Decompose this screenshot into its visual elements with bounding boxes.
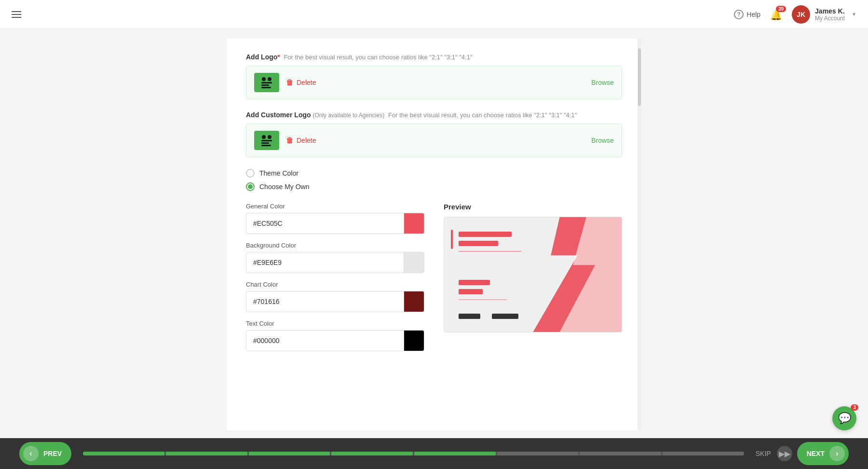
delete-logo-button[interactable]: 🗑 Delete: [286, 78, 316, 87]
hamburger-menu[interactable]: [12, 11, 21, 18]
bottom-navigation: ‹ PREV SKIP ▶▶ NEXT ›: [0, 438, 868, 469]
background-color-label: Background Color: [246, 242, 424, 249]
delete-customer-logo-button[interactable]: 🗑 Delete: [286, 136, 316, 145]
preview-mid-lines: [459, 280, 507, 300]
text-color-input-row: [246, 330, 424, 351]
scrollbar[interactable]: [637, 39, 641, 430]
help-button[interactable]: ? Help: [734, 10, 760, 19]
add-customer-logo-title: Add Customer Logo (Only available to Age…: [246, 111, 622, 119]
general-color-swatch[interactable]: [404, 213, 424, 234]
preview-bolt-svg: [524, 217, 622, 332]
preview-image: [444, 217, 622, 332]
progress-seg-7: [580, 452, 661, 455]
agency-note: (Only available to Agencies): [312, 112, 384, 119]
choose-own-option[interactable]: Choose My Own: [246, 182, 622, 191]
delete-icon: 🗑: [286, 78, 294, 87]
preview-section: Preview: [444, 203, 622, 359]
text-color-input[interactable]: [246, 332, 404, 349]
chat-badge: 3: [851, 404, 858, 411]
next-label: NEXT: [807, 450, 825, 457]
progress-seg-1: [83, 452, 164, 455]
skip-icon: ▶▶: [777, 446, 792, 461]
progress-seg-8: [663, 452, 744, 455]
avatar: JK: [792, 5, 810, 24]
chart-color-input-row: [246, 291, 424, 312]
text-color-label: Text Color: [246, 320, 424, 327]
general-color-input-row: [246, 213, 424, 234]
next-button[interactable]: NEXT ›: [797, 442, 849, 465]
background-color-swatch[interactable]: [404, 252, 424, 273]
preview-box: ‹ 1 / 4 ›: [444, 217, 622, 332]
theme-color-radio[interactable]: [246, 169, 255, 178]
next-circle-icon: ›: [829, 446, 845, 461]
main-content: Add Logo* For the best visual result, yo…: [0, 29, 868, 469]
general-color-input[interactable]: [246, 215, 404, 232]
theme-color-option[interactable]: Theme Color: [246, 169, 622, 178]
prev-label: PREV: [43, 450, 62, 457]
text-color-swatch[interactable]: [404, 331, 424, 351]
progress-bar: [83, 452, 744, 455]
content-card: Add Logo* For the best visual result, yo…: [227, 39, 641, 430]
notification-badge: 39: [776, 6, 786, 12]
preview-bottom-lines: [459, 314, 518, 319]
chart-color-label: Chart Color: [246, 281, 424, 288]
user-details: James K. My Account: [815, 7, 845, 22]
user-name: James K.: [815, 7, 845, 15]
notification-button[interactable]: 🔔 39: [770, 9, 782, 20]
logo-left: 🗑 Delete: [254, 73, 316, 92]
color-options: Theme Color Choose My Own: [246, 169, 622, 191]
help-label: Help: [746, 11, 760, 18]
prev-button[interactable]: ‹ PREV: [19, 442, 71, 465]
background-color-input[interactable]: [246, 254, 404, 271]
browse-logo-button[interactable]: Browse: [591, 79, 614, 86]
background-color-input-row: [246, 252, 424, 273]
chart-color-input[interactable]: [246, 293, 404, 310]
chat-icon: 💬: [838, 412, 851, 425]
add-logo-title: Add Logo* For the best visual result, yo…: [246, 53, 622, 61]
preview-top-lines: [459, 232, 521, 257]
delete-customer-icon: 🗑: [286, 136, 294, 145]
prev-circle-icon: ‹: [23, 446, 39, 461]
color-preview-layout: General Color Background Color Chart Col…: [246, 203, 622, 359]
preview-title: Preview: [444, 203, 622, 211]
user-profile[interactable]: JK James K. My Account ▼: [792, 5, 856, 24]
help-icon: ?: [734, 10, 744, 19]
progress-seg-2: [166, 452, 247, 455]
customer-logo-preview: [254, 131, 279, 150]
progress-seg-6: [497, 452, 579, 455]
browse-customer-logo-button[interactable]: Browse: [591, 137, 614, 144]
chat-button[interactable]: 💬 3: [832, 406, 856, 430]
choose-own-label: Choose My Own: [259, 183, 309, 191]
theme-color-label: Theme Color: [259, 169, 298, 177]
choose-own-radio[interactable]: [246, 182, 255, 191]
preview-left-bar: [451, 230, 453, 249]
logo-upload-box: 🗑 Delete Browse: [246, 66, 622, 99]
scrollbar-thumb: [638, 48, 641, 106]
progress-seg-5: [414, 452, 496, 455]
user-account: My Account: [815, 15, 845, 22]
top-navigation: ? Help 🔔 39 JK James K. My Account ▼: [0, 0, 868, 29]
color-form: General Color Background Color Chart Col…: [246, 203, 424, 359]
progress-seg-4: [331, 452, 413, 455]
chart-color-swatch[interactable]: [404, 291, 424, 312]
skip-button[interactable]: SKIP: [756, 450, 771, 457]
nav-left: [12, 11, 21, 18]
nav-right: ? Help 🔔 39 JK James K. My Account ▼: [734, 5, 856, 24]
add-logo-section: Add Logo* For the best visual result, yo…: [246, 53, 622, 99]
customer-logo-hint: For the best visual result, you can choo…: [388, 111, 577, 119]
add-logo-hint: For the best visual result, you can choo…: [282, 54, 473, 61]
logo-preview: [254, 73, 279, 92]
progress-seg-3: [249, 452, 330, 455]
preview-pagination: ‹ 1 / 4 ›: [444, 332, 622, 332]
required-marker: *: [277, 53, 280, 61]
general-color-label: General Color: [246, 203, 424, 210]
customer-logo-left: 🗑 Delete: [254, 131, 316, 150]
add-customer-logo-section: Add Customer Logo (Only available to Age…: [246, 111, 622, 157]
customer-logo-upload-box: 🗑 Delete Browse: [246, 124, 622, 157]
chevron-down-icon: ▼: [852, 12, 856, 17]
